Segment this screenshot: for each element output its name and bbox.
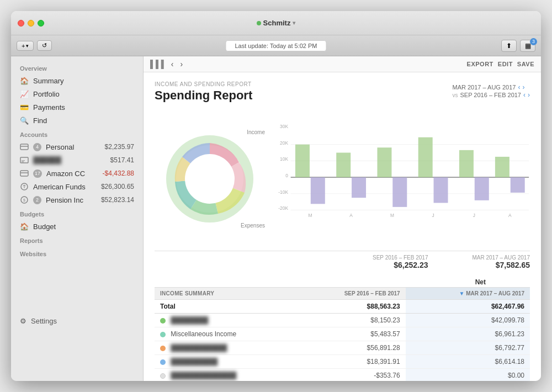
date-prev-arrow[interactable]: ‹ [518, 83, 520, 91]
net-period1: SEP 2016 – FEB 2017 [373, 255, 428, 261]
chevron-down-icon: ▾ [26, 43, 29, 49]
sidebar-item-portfolio[interactable]: 📈 Portfolio [11, 87, 143, 100]
income-row-label: ██████████████ [155, 369, 297, 382]
sidebar-item-american-funds[interactable]: American Funds $26,300.65 [11, 180, 143, 193]
vs-date-range: SEP 2016 – FEB 2017 [460, 92, 522, 98]
income-row-val1: $8,150.23 [297, 314, 406, 327]
sidebar-item-payments[interactable]: 💳 Payments [11, 100, 143, 114]
income-row-4: ██████████ $18,391.91 $6,614.18 [155, 355, 530, 369]
category-color-dot [160, 359, 166, 365]
net-section: SEP 2016 – FEB 2017 $6,252.23 MAR 2017 –… [155, 251, 530, 273]
svg-rect-33 [495, 157, 509, 177]
account-badge: 2 [33, 196, 41, 204]
content-area: ▌▌▌ ‹ › EXPORT EDIT SAVE INCOME AND SPEN… [144, 56, 541, 381]
svg-rect-25 [336, 153, 351, 178]
close-button[interactable] [18, 20, 24, 27]
vs-prev-arrow[interactable]: ‹ [523, 91, 526, 99]
update-status: Last update: Today at 5:02 PM [225, 40, 326, 51]
save-button[interactable]: SAVE [517, 61, 534, 67]
svg-rect-5 [20, 171, 28, 176]
income-row-val1: $5,483.57 [297, 327, 406, 341]
grid-view-button[interactable]: ▦ 3 [520, 40, 535, 52]
income-summary-header: INCOME SUMMARY [155, 288, 297, 300]
payments-icon: 💳 [20, 103, 29, 112]
current-date-range-row: MAR 2017 – AUG 2017 ‹ › [453, 83, 530, 91]
date-next-arrow[interactable]: › [522, 83, 524, 91]
edit-button[interactable]: EDIT [498, 61, 513, 67]
income-summary-table: INCOME SUMMARY SEP 2016 – FEB 2017 ▼ MAR… [155, 287, 530, 381]
sidebar-item-amazon-cc[interactable]: 17 Amazon CC -$4,432.88 [11, 167, 143, 180]
report-section-label: INCOME AND SPENDING REPORT [155, 81, 252, 87]
pension-icon: $ [20, 195, 29, 204]
date-range-controls: MAR 2017 – AUG 2017 ‹ › vs SEP 2016 – FE… [453, 83, 530, 99]
traffic-lights [18, 20, 44, 27]
sidebar-item-label: Summary [33, 77, 64, 85]
sidebar-item-label: Find [33, 116, 47, 125]
income-row-5: ██████████████ -$353.76 $0.00 [155, 369, 530, 382]
refresh-button[interactable]: ↺ [37, 40, 52, 51]
sidebar-item-label: Portfolio [33, 90, 60, 98]
report-header: INCOME AND SPENDING REPORT Spending Repo… [155, 81, 252, 109]
account-label: American Funds [33, 183, 86, 191]
next-button[interactable]: › [178, 60, 185, 68]
panel-nav-buttons: ▌▌▌ ‹ › [150, 60, 185, 68]
accounts-section-label: Accounts [11, 127, 143, 140]
svg-text:10K: 10K [280, 156, 288, 162]
income-row-2: Miscellaneous Income $5,483.57 $6,961.23 [155, 327, 530, 341]
content-toolbar: ▌▌▌ ‹ › EXPORT EDIT SAVE [144, 56, 541, 72]
svg-text:A: A [349, 213, 353, 218]
add-button[interactable]: + ▾ [17, 41, 34, 51]
account-badge: 4 [33, 143, 41, 151]
export-report-button[interactable]: EXPORT [467, 61, 493, 67]
minimize-button[interactable] [28, 20, 34, 27]
toolbar: + ▾ ↺ Last update: Today at 5:02 PM ⬆ ▦ … [11, 35, 541, 56]
sidebar-item-pension[interactable]: $ 2 Pension Inc $52,823.14 [11, 193, 143, 206]
window-title: Schmitz [263, 19, 291, 27]
sidebar: Overview 🏠 Summary 📈 Portfolio 💳 Payment… [11, 56, 144, 381]
svg-text:-10K: -10K [278, 189, 288, 195]
titlebar: Schmitz ▾ [11, 11, 541, 35]
sidebar-item-cc1[interactable]: ██████ $517.41 [11, 153, 143, 167]
svg-point-11 [185, 154, 235, 204]
income-row-label: Total [155, 300, 297, 314]
account-label-blurred: ██████ [33, 156, 61, 164]
settings-icon: ⚙ [20, 317, 26, 325]
budgets-section-label: Budgets [11, 206, 143, 220]
vs-date-range-row: vs SEP 2016 – FEB 2017 ‹ › [453, 91, 530, 99]
settings-item[interactable]: ⚙ Settings [11, 315, 143, 327]
export-button[interactable]: ⬆ [501, 40, 517, 52]
svg-text:J: J [473, 213, 475, 218]
income-row-1: ████████ $8,150.23 $42,099.78 [155, 314, 530, 327]
maximize-button[interactable] [38, 20, 44, 27]
websites-section-label: Websites [11, 246, 143, 259]
account-label: Pension Inc [46, 196, 83, 204]
col2-header: ▼ MAR 2017 – AUG 2017 [406, 288, 530, 300]
expenses-label: Expenses [241, 223, 265, 229]
income-row-label: ████████████ [155, 341, 297, 355]
category-color-dot [160, 346, 166, 351]
income-row-val1: $88,563.23 [297, 300, 406, 314]
svg-text:$: $ [23, 198, 25, 202]
sidebar-item-find[interactable]: 🔍 Find [11, 114, 143, 127]
net-label: Net [475, 278, 486, 286]
sidebar-item-label: Budget [33, 223, 56, 231]
reports-section-label: Reports [11, 233, 143, 246]
svg-rect-29 [418, 137, 433, 177]
svg-text:J: J [432, 213, 434, 218]
income-row-val2: $6,614.18 [406, 355, 530, 369]
sidebar-item-budget[interactable]: 🏠 Budget [11, 220, 143, 233]
prev-button[interactable]: ‹ [169, 60, 176, 68]
col-indicator-icon: ▼ [459, 290, 466, 296]
sidebar-item-summary[interactable]: 🏠 Summary [11, 74, 143, 87]
account-value: -$4,432.88 [103, 169, 134, 177]
donut-chart: Income [155, 118, 265, 240]
account-value: $517.41 [110, 156, 134, 164]
vs-next-arrow[interactable]: › [528, 91, 530, 99]
svg-rect-0 [20, 144, 28, 150]
income-row-3: ████████████ $56,891.28 $6,792.77 [155, 341, 530, 355]
svg-rect-31 [459, 150, 474, 177]
svg-text:-20K: -20K [278, 205, 288, 211]
report-content: INCOME AND SPENDING REPORT Spending Repo… [144, 72, 541, 381]
income-row-label: ████████ [155, 314, 297, 327]
sidebar-item-personal[interactable]: 4 Personal $2,235.97 [11, 140, 143, 153]
